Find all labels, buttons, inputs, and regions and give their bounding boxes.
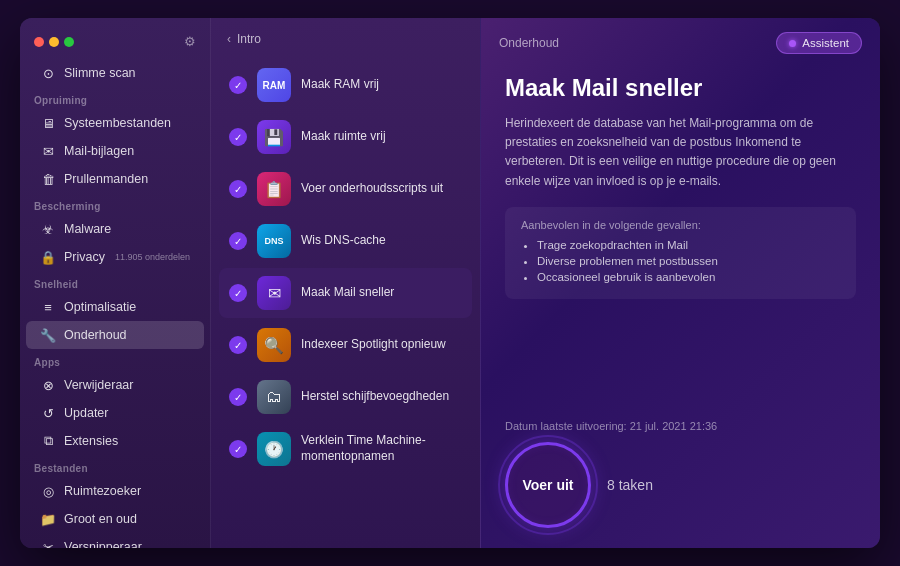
maximize-button[interactable] [64,37,74,47]
updater-icon: ↺ [40,405,56,421]
task-label: Wis DNS-cache [301,233,386,249]
sidebar-item-systeembestanden[interactable]: 🖥 Systeembestanden [26,109,204,137]
back-arrow-icon[interactable]: ‹ [227,32,231,46]
privacy-badge: 11.905 onderdelen [115,252,190,262]
sidebar-item-mail-bijlagen[interactable]: ✉ Mail-bijlagen [26,137,204,165]
extensies-icon: ⧉ [40,433,56,449]
sidebar-item-label: Updater [64,406,108,420]
sidebar-item-updater[interactable]: ↺ Updater [26,399,204,427]
middle-header-title: Intro [237,32,261,46]
sidebar-item-optimalisatie[interactable]: ≡ Optimalisatie [26,293,204,321]
middle-header: ‹ Intro [211,18,480,56]
right-header-label: Onderhoud [499,36,559,50]
onderhoud-icon: 🔧 [40,327,56,343]
section-bestanden: Bestanden [20,455,210,477]
checkmark-icon: ✓ [234,288,242,299]
task-label: Voer onderhoudsscripts uit [301,181,443,197]
page-title: Maak Mail sneller [505,74,856,102]
tasks-count: 8 taken [607,477,653,493]
sidebar-item-label: Ruimtezoeker [64,484,141,498]
verwijderaar-icon: ⊗ [40,377,56,393]
assistant-label: Assistent [802,37,849,49]
task-item-verklein-time[interactable]: ✓ 🕐 Verklein Time Machine-momentopnamen [219,424,472,474]
middle-panel: ‹ Intro ✓ RAM Maak RAM vrij ✓ 💾 [210,18,480,548]
groot-icon: 📁 [40,511,56,527]
section-snelheid: Snelheid [20,271,210,293]
task-label: Maak Mail sneller [301,285,394,301]
scan-icon: ⊙ [40,65,56,81]
traffic-lights [34,37,74,47]
sidebar-item-verwijderaar[interactable]: ⊗ Verwijderaar [26,371,204,399]
trash-icon: 🗑 [40,171,56,187]
task-label: Herstel schijfbevoegdheden [301,389,449,405]
task-icon-disk2: 🗂 [257,380,291,414]
task-icon-spotlight: 🔍 [257,328,291,362]
footer-area: Datum laatste uitvoering: 21 jul. 2021 2… [481,410,880,548]
recommendation-box: Aanbevolen in de volgende gevallen: Trag… [505,207,856,299]
malware-icon: ☣ [40,221,56,237]
sidebar-item-extensies[interactable]: ⧉ Extensies [26,427,204,455]
checkmark-icon: ✓ [234,340,242,351]
last-run-label: Datum laatste uitvoering: 21 jul. 2021 2… [505,420,856,432]
checkmark-icon: ✓ [234,392,242,403]
title-bar: ⚙ [20,30,210,59]
run-button-label: Voer uit [522,477,573,493]
task-check-dns: ✓ [229,232,247,250]
sidebar-item-privacy[interactable]: 🔒 Privacy 11.905 onderdelen [26,243,204,271]
task-check-ram: ✓ [229,76,247,94]
recommendation-item-1: Trage zoekopdrachten in Mail [537,239,840,251]
minimize-button[interactable] [49,37,59,47]
recommendation-item-2: Diverse problemen met postbussen [537,255,840,267]
run-button[interactable]: Voer uit [505,442,591,528]
assistant-button[interactable]: Assistent [776,32,862,54]
task-icon-dns: DNS [257,224,291,258]
sidebar-item-groot-en-oud[interactable]: 📁 Groot en oud [26,505,204,533]
task-item-indexeer-spotlight[interactable]: ✓ 🔍 Indexeer Spotlight opnieuw [219,320,472,370]
task-icon-time: 🕐 [257,432,291,466]
task-item-herstel-schijf[interactable]: ✓ 🗂 Herstel schijfbevoegdheden [219,372,472,422]
section-bescherming: Bescherming [20,193,210,215]
app-window: ⚙ ⊙ Slimme scan Opruiming 🖥 Systeembesta… [20,18,880,548]
run-row: Voer uit 8 taken [505,442,856,528]
task-check-script: ✓ [229,180,247,198]
task-item-voer-onderhoud[interactable]: ✓ 📋 Voer onderhoudsscripts uit [219,164,472,214]
sidebar-item-onderhoud[interactable]: 🔧 Onderhoud [26,321,204,349]
sidebar-item-label: Slimme scan [64,66,136,80]
task-item-maak-ram-vrij[interactable]: ✓ RAM Maak RAM vrij [219,60,472,110]
sidebar-item-label: Mail-bijlagen [64,144,134,158]
sidebar: ⚙ ⊙ Slimme scan Opruiming 🖥 Systeembesta… [20,18,210,548]
task-item-wis-dns[interactable]: ✓ DNS Wis DNS-cache [219,216,472,266]
recommendation-title: Aanbevolen in de volgende gevallen: [521,219,840,231]
sidebar-item-label: Groot en oud [64,512,137,526]
gear-icon[interactable]: ⚙ [184,34,196,49]
ruimtezoeker-icon: ◎ [40,483,56,499]
close-button[interactable] [34,37,44,47]
task-label: Verklein Time Machine-momentopnamen [301,433,462,464]
task-item-maak-mail-sneller[interactable]: ✓ ✉ Maak Mail sneller [219,268,472,318]
task-icon-script: 📋 [257,172,291,206]
sidebar-item-malware[interactable]: ☣ Malware [26,215,204,243]
sidebar-item-slimme-scan[interactable]: ⊙ Slimme scan [26,59,204,87]
section-opruiming: Opruiming [20,87,210,109]
checkmark-icon: ✓ [234,236,242,247]
task-item-maak-ruimte-vrij[interactable]: ✓ 💾 Maak ruimte vrij [219,112,472,162]
optimalisatie-icon: ≡ [40,299,56,315]
right-description: Herindexeert de database van het Mail-pr… [505,114,856,191]
sidebar-item-label: Extensies [64,434,118,448]
task-label: Maak ruimte vrij [301,129,386,145]
sidebar-item-label: Verwijderaar [64,378,133,392]
task-icon-disk: 💾 [257,120,291,154]
privacy-icon: 🔒 [40,249,56,265]
recommendation-item-3: Occasioneel gebruik is aanbevolen [537,271,840,283]
sidebar-item-prullenmanden[interactable]: 🗑 Prullenmanden [26,165,204,193]
task-icon-mail: ✉ [257,276,291,310]
sidebar-item-label: Optimalisatie [64,300,136,314]
task-check-spotlight: ✓ [229,336,247,354]
sidebar-item-ruimtezoeker[interactable]: ◎ Ruimtezoeker [26,477,204,505]
sidebar-item-label: Versnipperaar [64,540,142,548]
sidebar-item-versnipperaar[interactable]: ✂ Versnipperaar [26,533,204,548]
checkmark-icon: ✓ [234,132,242,143]
system-icon: 🖥 [40,115,56,131]
checkmark-icon: ✓ [234,80,242,91]
assistant-dot-icon [789,40,796,47]
